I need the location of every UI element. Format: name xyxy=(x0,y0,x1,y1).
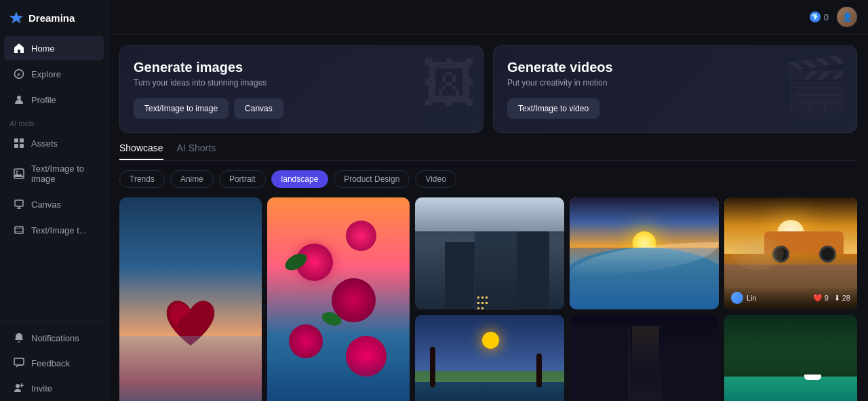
truck-downloads-count: 28 xyxy=(842,294,850,302)
truck-likes-count: 9 xyxy=(825,294,829,302)
filter-portrait[interactable]: Portrait xyxy=(219,170,266,188)
sidebar-item-home[interactable]: Home xyxy=(4,36,104,60)
sidebar-bottom: Notifications Feedback Invite xyxy=(0,322,108,401)
home-icon xyxy=(14,43,24,54)
sidebar-label-feedback: Feedback xyxy=(31,358,70,368)
user-icon xyxy=(14,94,24,105)
svg-rect-19 xyxy=(22,227,22,228)
sidebar-item-notifications[interactable]: Notifications xyxy=(4,326,104,350)
text-image-to-video-button[interactable]: Text/Image to video xyxy=(507,98,599,119)
filter-row: Trends Anime Portrait landscape Product … xyxy=(119,170,857,188)
sidebar-label-profile: Profile xyxy=(31,95,56,105)
sidebar-label-text-image: Text/Image to image xyxy=(31,164,94,184)
svg-rect-18 xyxy=(20,227,20,228)
sidebar-label-invite: Invite xyxy=(31,383,52,394)
sidebar-item-profile[interactable]: Profile xyxy=(4,88,104,112)
sidebar-item-canvas[interactable]: Canvas xyxy=(4,192,104,216)
lake-bg xyxy=(724,315,857,401)
sidebar-label-notifications: Notifications xyxy=(31,333,79,343)
image-card-truck[interactable]: Lin ❤️ 9 ⬇ 28 xyxy=(724,197,857,309)
tree-shade xyxy=(724,320,857,382)
app-logo[interactable]: Dreamina xyxy=(0,0,108,35)
water-reflection xyxy=(119,336,262,401)
user-plus-icon xyxy=(14,383,24,394)
filter-product-design[interactable]: Product Design xyxy=(334,170,410,188)
tab-showcase[interactable]: Showcase xyxy=(119,142,163,160)
image-card-heart[interactable] xyxy=(119,197,262,401)
sidebar-item-feedback[interactable]: Feedback xyxy=(4,351,104,375)
sidebar-label-text-image-t: Text/Image t... xyxy=(31,225,87,235)
windows xyxy=(477,297,479,299)
building-right xyxy=(517,231,549,310)
svg-rect-23 xyxy=(22,232,22,234)
city2-glow xyxy=(632,326,659,371)
svg-rect-22 xyxy=(20,232,20,234)
videos-deco: 🎬 xyxy=(782,53,850,117)
generate-images-title: Generate images xyxy=(134,60,469,75)
image-card-city[interactable] xyxy=(415,197,564,309)
user-avatar[interactable]: 👤 xyxy=(837,7,857,27)
svg-point-3 xyxy=(17,96,21,100)
image-card-palm[interactable] xyxy=(415,315,564,401)
svg-rect-5 xyxy=(20,138,24,142)
sky xyxy=(415,197,564,231)
svg-rect-6 xyxy=(14,144,18,148)
sidebar-label-canvas: Canvas xyxy=(31,199,61,210)
svg-rect-7 xyxy=(20,144,24,148)
dust-cloud xyxy=(731,237,784,271)
author-lin: Lin xyxy=(731,292,757,304)
canvas-button[interactable]: Canvas xyxy=(234,98,283,119)
logo-icon xyxy=(9,11,23,24)
heart-icon-truck: ❤️ xyxy=(813,294,823,303)
rose-5 xyxy=(346,221,376,251)
film-icon xyxy=(14,225,24,235)
message-icon xyxy=(14,358,24,368)
tab-ai-shorts[interactable]: AI Shorts xyxy=(177,142,216,160)
text-image-to-image-button[interactable]: Text/Image to image xyxy=(134,98,229,119)
sidebar-item-text-image[interactable]: Text/Image to image xyxy=(4,157,104,191)
filter-landscape[interactable]: landscape xyxy=(271,170,329,188)
filter-video[interactable]: Video xyxy=(415,170,456,188)
svg-rect-10 xyxy=(15,200,23,206)
image-card-roses[interactable]: jan 🏆 ❤️ 9 ⬇ 100 xyxy=(267,197,410,401)
lake-water xyxy=(724,377,857,401)
credits-icon: 💎 xyxy=(810,12,821,22)
credits-count: 0 xyxy=(824,12,829,22)
tabs-row: Showcase AI Shorts xyxy=(119,142,857,161)
image-col-4 xyxy=(570,197,719,401)
sidebar-label-assets: Assets xyxy=(31,138,58,149)
image-card-city2[interactable] xyxy=(570,315,719,401)
sidebar-nav: Home Explore Profile AI tools Assets Tex… xyxy=(0,35,108,401)
svg-rect-20 xyxy=(16,232,16,234)
credits-display: 💎 0 xyxy=(810,12,829,22)
topbar: 💎 0 👤 xyxy=(108,0,868,35)
filter-trends[interactable]: Trends xyxy=(119,170,165,188)
sunset-glow xyxy=(267,359,410,401)
sidebar-item-invite[interactable]: Invite xyxy=(4,376,104,400)
city-bg xyxy=(415,197,564,309)
palm-trunk-1 xyxy=(430,347,435,387)
image-card-lake[interactable] xyxy=(724,315,857,401)
svg-point-9 xyxy=(16,171,18,173)
canvas-icon xyxy=(14,199,24,210)
city2-bg xyxy=(570,315,719,401)
image-card-wave[interactable] xyxy=(570,197,719,309)
svg-rect-21 xyxy=(18,232,18,234)
sidebar-item-assets[interactable]: Assets xyxy=(4,131,104,155)
images-deco: 🖼 xyxy=(422,53,476,115)
filter-anime[interactable]: Anime xyxy=(170,170,214,188)
sidebar: Dreamina Home Explore Profile AI tools A… xyxy=(0,0,108,401)
sun xyxy=(482,332,499,349)
truck-stats: ❤️ 9 ⬇ 28 xyxy=(813,294,850,303)
sidebar-item-explore[interactable]: Explore xyxy=(4,62,104,86)
image-grid: jan 🏆 ❤️ 9 ⬇ 100 xyxy=(119,197,857,401)
ai-tools-section-label: AI tools xyxy=(0,113,108,130)
truck-wheel-r xyxy=(819,246,836,263)
svg-marker-0 xyxy=(10,12,22,23)
author-avatar-lin xyxy=(731,292,743,304)
image-col-3 xyxy=(415,197,564,401)
sidebar-item-text-image-t[interactable]: Text/Image t... xyxy=(4,218,104,242)
wave-bg xyxy=(570,197,719,309)
generate-images-buttons: Text/Image to image Canvas xyxy=(134,98,469,119)
image-icon xyxy=(14,168,24,179)
